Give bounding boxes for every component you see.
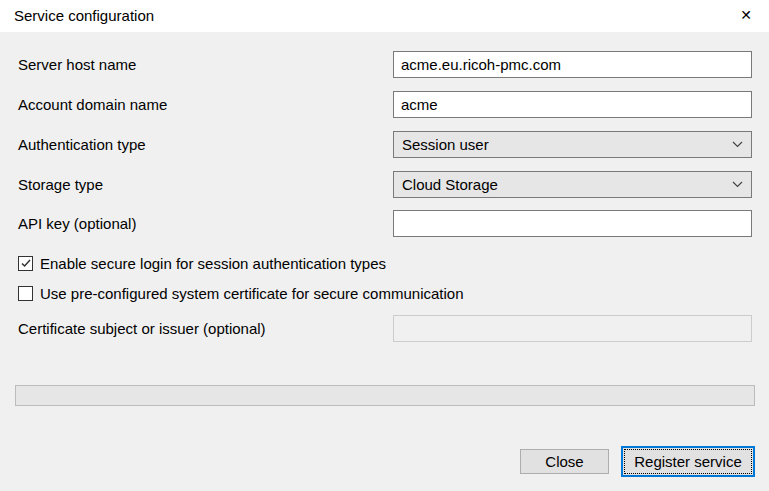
api-key-label: API key (optional) <box>18 210 136 237</box>
register-service-button[interactable]: Register service <box>621 446 755 477</box>
storage-type-value: Cloud Storage <box>402 176 732 193</box>
chevron-down-icon <box>732 181 743 188</box>
system-certificate-checkbox[interactable] <box>18 286 33 301</box>
authentication-type-select[interactable]: Session user <box>393 131 752 158</box>
api-key-input[interactable] <box>393 210 752 237</box>
system-certificate-checkbox-row: Use pre-configured system certificate fo… <box>18 284 464 302</box>
titlebar: Service configuration ✕ <box>0 0 769 32</box>
service-configuration-dialog: Service configuration ✕ Server host name… <box>0 0 769 491</box>
enable-secure-login-checkbox-row: Enable secure login for session authenti… <box>18 254 386 272</box>
close-icon[interactable]: ✕ <box>725 0 767 31</box>
system-certificate-label: Use pre-configured system certificate fo… <box>40 285 464 302</box>
enable-secure-login-label: Enable secure login for session authenti… <box>40 255 386 272</box>
progress-bar <box>15 385 755 406</box>
authentication-type-value: Session user <box>402 136 732 153</box>
chevron-down-icon <box>732 141 743 148</box>
storage-type-label: Storage type <box>18 171 103 198</box>
close-button[interactable]: Close <box>520 449 609 474</box>
server-host-name-input[interactable] <box>393 51 752 78</box>
storage-type-select[interactable]: Cloud Storage <box>393 171 752 198</box>
account-domain-name-label: Account domain name <box>18 91 167 118</box>
authentication-type-label: Authentication type <box>18 131 146 158</box>
checkmark-icon <box>21 259 31 268</box>
account-domain-name-input[interactable] <box>393 91 752 118</box>
certificate-subject-label: Certificate subject or issuer (optional) <box>18 315 266 342</box>
server-host-name-label: Server host name <box>18 51 136 78</box>
enable-secure-login-checkbox[interactable] <box>18 256 33 271</box>
dialog-title: Service configuration <box>14 0 154 31</box>
certificate-subject-input <box>393 315 752 342</box>
